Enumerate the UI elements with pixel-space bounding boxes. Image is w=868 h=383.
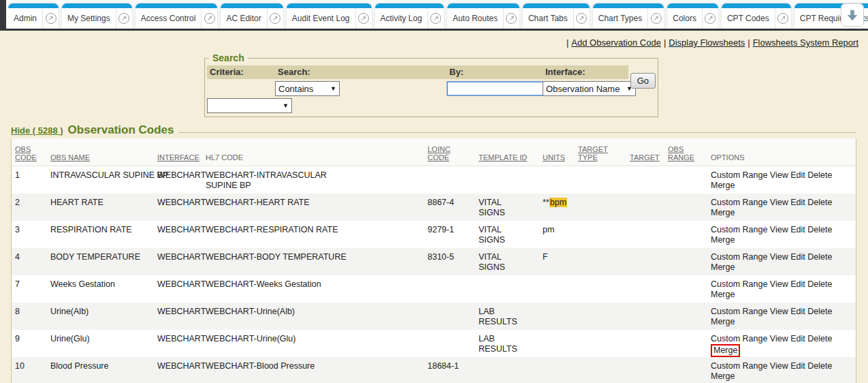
tab-label[interactable]: Access Control — [135, 8, 202, 29]
go-button[interactable]: Go — [630, 73, 656, 89]
open-in-new-icon[interactable]: ↗ — [573, 8, 590, 29]
open-in-new-icon[interactable]: ↗ — [702, 8, 718, 29]
tab-audit-event-log[interactable]: Audit Event Log↗ — [287, 3, 372, 29]
tab-chart-tabs[interactable]: Chart Tabs↗ — [523, 3, 590, 29]
option-link-edit[interactable]: Edit — [790, 334, 805, 343]
tab-cpt-codes[interactable]: CPT Codes↗ — [722, 3, 791, 29]
option-link-view[interactable]: View — [770, 198, 788, 207]
interface-select[interactable]: ▼ — [207, 98, 292, 113]
tab-label[interactable]: AC Editor — [221, 8, 266, 29]
col-header-obs-name[interactable]: OBS NAME — [47, 138, 154, 166]
option-link-delete[interactable]: Delete — [807, 170, 832, 180]
col-header-obs-range[interactable]: OBS RANGE — [664, 138, 707, 166]
option-link-custom-range[interactable]: Custom Range — [711, 170, 767, 180]
option-link-edit[interactable]: Edit — [790, 279, 805, 289]
tab-label[interactable]: Audit Event Log — [287, 8, 355, 29]
col-header-obs-code[interactable]: OBS CODE — [12, 138, 47, 166]
option-link-delete[interactable]: Delete — [807, 307, 832, 316]
option-link-edit[interactable]: Edit — [790, 307, 805, 316]
col-header-label[interactable]: INTERFACE — [157, 153, 199, 162]
col-header-target-type[interactable]: TARGET TYPE — [575, 138, 626, 166]
option-link-view[interactable]: View — [770, 170, 788, 180]
open-in-new-icon[interactable]: ↗ — [42, 8, 59, 29]
option-link-delete[interactable]: Delete — [807, 361, 832, 371]
tab-label[interactable]: CPT Codes — [722, 8, 775, 29]
open-in-new-icon[interactable]: ↗ — [355, 8, 372, 29]
col-header-label[interactable]: OBS CODE — [15, 145, 37, 162]
tab-colors[interactable]: Colors↗ — [667, 3, 718, 29]
option-link-edit[interactable]: Edit — [790, 361, 805, 371]
tab-scroll-down-button[interactable] — [841, 3, 864, 27]
option-link-view[interactable]: View — [770, 279, 788, 289]
option-link-custom-range[interactable]: Custom Range — [711, 225, 767, 234]
option-link-merge[interactable]: Merge — [711, 208, 735, 217]
option-link-custom-range[interactable]: Custom Range — [711, 307, 767, 316]
option-link-view[interactable]: View — [770, 252, 788, 262]
option-link-delete[interactable]: Delete — [807, 334, 832, 343]
col-header-units[interactable]: UNITS — [539, 138, 575, 166]
option-link-custom-range[interactable]: Custom Range — [711, 361, 767, 371]
col-header-loinc-code[interactable]: LOINC CODE — [424, 138, 475, 166]
col-header-interface[interactable]: INTERFACE — [154, 138, 202, 166]
tab-label[interactable]: Admin — [8, 8, 42, 29]
tab-label[interactable]: Auto Routes — [447, 8, 503, 29]
col-header-label[interactable]: OBS NAME — [50, 153, 90, 162]
option-link-view[interactable]: View — [770, 225, 788, 234]
tab-activity-log[interactable]: Activity Log↗ — [375, 3, 444, 29]
hide-link[interactable]: Hide ( 5288 ) — [11, 125, 63, 136]
option-link-custom-range[interactable]: Custom Range — [711, 279, 767, 289]
open-in-new-icon[interactable]: ↗ — [116, 8, 132, 29]
open-in-new-icon[interactable]: ↗ — [503, 8, 519, 29]
tab-access-control[interactable]: Access Control↗ — [135, 3, 218, 29]
tab-label[interactable]: Colors — [667, 8, 702, 29]
option-link-delete[interactable]: Delete — [807, 225, 832, 234]
option-link-view[interactable]: View — [770, 307, 788, 316]
option-link-edit[interactable]: Edit — [790, 170, 805, 180]
col-header-label[interactable]: LOINC CODE — [428, 145, 451, 162]
col-header-label[interactable]: UNITS — [543, 153, 565, 162]
option-link-merge[interactable]: Merge — [711, 235, 735, 245]
option-link-edit[interactable]: Edit — [790, 252, 805, 262]
option-link-custom-range[interactable]: Custom Range — [711, 252, 767, 262]
tab-label[interactable]: Activity Log — [375, 8, 428, 29]
option-link-delete[interactable]: Delete — [807, 252, 832, 262]
option-link-custom-range[interactable]: Custom Range — [711, 198, 767, 207]
option-link-view[interactable]: View — [770, 334, 788, 343]
col-header-label[interactable]: OBS RANGE — [668, 145, 694, 162]
open-in-new-icon[interactable]: ↗ — [428, 8, 444, 29]
col-header-label[interactable]: TARGET TYPE — [578, 145, 608, 162]
option-link-merge[interactable]: Merge — [711, 344, 740, 357]
option-link-merge[interactable]: Merge — [711, 371, 735, 381]
option-link-edit[interactable]: Edit — [790, 225, 805, 234]
tab-label[interactable]: Chart Tabs — [523, 8, 573, 29]
option-link-custom-range[interactable]: Custom Range — [711, 334, 767, 343]
option-link-view[interactable]: View — [770, 361, 788, 371]
col-header-label[interactable]: TARGET — [630, 153, 660, 162]
open-in-new-icon[interactable]: ↗ — [267, 8, 283, 29]
tab-chart-types[interactable]: Chart Types↗ — [593, 3, 664, 29]
criteria-select[interactable]: Contains ▼ — [275, 81, 340, 96]
link-flowsheets-system-report[interactable]: Flowsheets System Report — [753, 37, 858, 48]
tab-ac-editor[interactable]: AC Editor↗ — [221, 3, 283, 29]
option-link-delete[interactable]: Delete — [807, 198, 832, 207]
tab-label[interactable]: Chart Types — [593, 8, 647, 29]
tab-admin[interactable]: Admin↗ — [8, 3, 59, 29]
tab-my-settings[interactable]: My Settings↗ — [62, 3, 132, 29]
tab-auto-routes[interactable]: Auto Routes↗ — [447, 3, 519, 29]
option-link-delete[interactable]: Delete — [807, 279, 832, 289]
option-link-merge[interactable]: Merge — [711, 317, 735, 326]
open-in-new-icon[interactable]: ↗ — [775, 8, 791, 29]
tab-label[interactable]: My Settings — [62, 8, 116, 29]
option-link-merge[interactable]: Merge — [711, 181, 735, 190]
open-in-new-icon[interactable]: ↗ — [647, 8, 664, 29]
col-header-target[interactable]: TARGET — [626, 138, 664, 166]
option-link-edit[interactable]: Edit — [790, 198, 805, 207]
link-display-flowsheets[interactable]: Display Flowsheets — [669, 37, 745, 48]
col-header-template-id[interactable]: TEMPLATE ID — [475, 138, 539, 166]
option-link-merge[interactable]: Merge — [711, 262, 735, 272]
col-header-label[interactable]: TEMPLATE ID — [479, 153, 527, 162]
link-add-observation-code[interactable]: Add Observation Code — [571, 37, 661, 48]
by-select[interactable]: Observation Name ▼ — [543, 81, 636, 96]
open-in-new-icon[interactable]: ↗ — [201, 8, 217, 29]
option-link-merge[interactable]: Merge — [711, 290, 735, 299]
